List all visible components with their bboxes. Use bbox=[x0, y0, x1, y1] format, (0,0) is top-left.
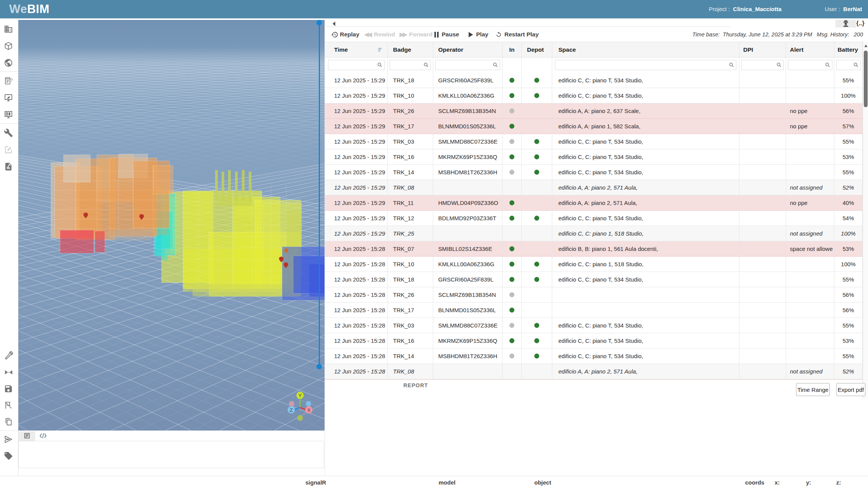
svg-text:Z: Z bbox=[290, 407, 293, 413]
svg-text:Y: Y bbox=[299, 393, 302, 398]
svg-text:?: ? bbox=[10, 78, 13, 83]
svg-text:X: X bbox=[307, 407, 311, 413]
